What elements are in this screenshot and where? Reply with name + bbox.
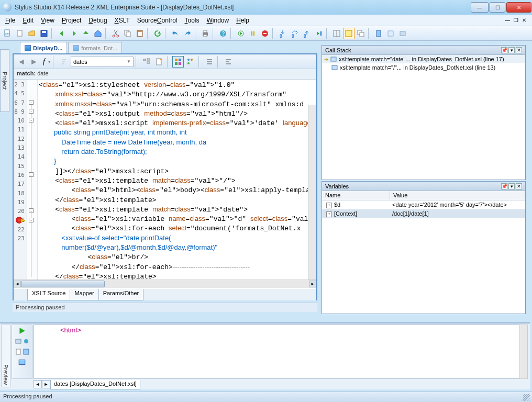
template-dropdown[interactable]: dates ▼ [71, 57, 134, 67]
preview-run-button[interactable] [17, 326, 27, 336]
ed-sort-button[interactable] [58, 56, 70, 68]
menu-window[interactable]: Window [204, 16, 232, 25]
window-tile-button[interactable] [331, 28, 342, 39]
menu-tools[interactable]: Tools [181, 16, 202, 25]
new-button[interactable] [14, 28, 26, 39]
fold-gutter[interactable]: ------ [27, 80, 38, 280]
paste-button[interactable] [134, 28, 146, 39]
bookmark-button[interactable] [373, 28, 384, 39]
mdi-minimize-icon[interactable]: — [504, 17, 511, 24]
step-out-button[interactable]: {} [301, 28, 313, 39]
print-button[interactable] [199, 28, 211, 39]
panel-close-icon[interactable]: ✕ [516, 183, 522, 189]
call-stack-row[interactable]: ➔ xsl:template match="date"... in Displa… [322, 55, 525, 63]
fold-toggle[interactable]: - [29, 218, 34, 222]
document-tab-active[interactable]: DisplayD... [20, 42, 67, 53]
preview-save-button[interactable] [23, 347, 30, 356]
preview-scrollbar[interactable] [519, 325, 528, 379]
panel-pin-icon[interactable]: 📌 [501, 183, 507, 189]
minimize-button[interactable]: — [471, 2, 489, 13]
debug-start-button[interactable] [235, 28, 247, 39]
run-to-button[interactable] [313, 28, 325, 39]
preview-tab-prev[interactable]: ◄ [34, 380, 42, 388]
menu-help[interactable]: Help [233, 16, 252, 25]
panel-close-icon[interactable]: ✕ [516, 47, 522, 53]
column-value[interactable]: Value [390, 191, 525, 200]
debug-pause-button[interactable] [247, 28, 259, 39]
nav-back-button[interactable] [56, 28, 68, 39]
preview-tab-next[interactable]: ► [42, 380, 50, 388]
save-button[interactable] [38, 28, 50, 39]
scrollbar-thumb[interactable] [21, 281, 105, 287]
preview-result-tab[interactable]: dates [DisplayDates_DotNet.xsl] [50, 380, 140, 389]
ed-indent-button[interactable] [204, 56, 215, 68]
preview-doc-button[interactable] [15, 347, 22, 356]
copy-button[interactable] [122, 28, 134, 39]
cut-button[interactable] [110, 28, 121, 39]
variable-row[interactable]: +$d <date year='2012' month='5' day='7'>… [322, 200, 525, 209]
ed-nav-fwd-button[interactable]: ► [28, 56, 40, 68]
misc1-button[interactable] [385, 28, 396, 39]
preview-nav2-button[interactable] [23, 337, 30, 346]
code-editor[interactable]: 2 3 4 5 6 7 8 9 10 11 12 13 14 15 16 17 … [14, 80, 316, 280]
mdi-restore-icon[interactable]: ❐ [512, 17, 519, 24]
panel-menu-icon[interactable]: ▾ [508, 183, 515, 189]
preview-output[interactable]: <html> [34, 325, 528, 379]
expand-icon[interactable]: + [326, 203, 332, 208]
fold-toggle[interactable]: - [29, 118, 34, 122]
window-cascade-button[interactable] [355, 28, 367, 39]
fold-toggle[interactable]: - [29, 109, 34, 114]
preview-export-button[interactable] [17, 358, 27, 367]
menu-sourcecontrol[interactable]: SourceControl [134, 16, 181, 25]
help-button[interactable]: ? [217, 28, 229, 39]
menu-project[interactable]: Project [59, 16, 84, 25]
mdi-close-icon[interactable]: ✕ [520, 17, 528, 24]
new-xml-button[interactable]: xml [2, 28, 14, 39]
misc2-button[interactable] [397, 28, 408, 39]
panel-pin-icon[interactable]: 📌 [501, 47, 507, 53]
maximize-button[interactable]: ☐ [490, 2, 505, 13]
fold-toggle[interactable]: - [29, 100, 34, 105]
menu-view[interactable]: View [38, 16, 58, 25]
project-tab[interactable]: Project [0, 49, 9, 112]
editor-vertical-scrollbar[interactable] [308, 105, 316, 280]
close-button[interactable]: ✕ [506, 2, 531, 13]
document-tab[interactable]: formats_Dot... [68, 42, 122, 53]
menu-file[interactable]: File [2, 16, 18, 25]
window-highlight-button[interactable] [343, 28, 354, 39]
ed-nav-back-button[interactable]: ◄ [16, 56, 27, 68]
redo-button[interactable] [182, 28, 193, 39]
column-name[interactable]: Name [322, 191, 390, 200]
fold-toggle[interactable]: - [29, 208, 34, 213]
tab-params[interactable]: Params/Other [98, 289, 143, 300]
tab-xslt-source[interactable]: XSLT Source [27, 289, 70, 300]
editor-horizontal-scrollbar[interactable]: ◄ ► [14, 280, 316, 288]
step-into-button[interactable]: {} [277, 28, 289, 39]
ed-tree2-button[interactable] [185, 56, 196, 68]
scroll-left-icon[interactable]: ◄ [14, 281, 21, 287]
ed-tree-button[interactable] [141, 56, 152, 68]
panel-menu-icon[interactable]: ▾ [508, 47, 515, 53]
refresh-button[interactable] [152, 28, 163, 39]
open-button[interactable] [26, 28, 38, 39]
menu-xslt[interactable]: XSLT [112, 16, 133, 25]
scroll-right-icon[interactable]: ► [309, 281, 316, 287]
tab-mapper[interactable]: Mapper [70, 289, 98, 300]
variable-row[interactable]: +[Context] /doc[1]/date[1] [322, 209, 525, 218]
ed-grid-button[interactable] [172, 56, 184, 68]
ed-align-button[interactable] [223, 56, 234, 68]
undo-button[interactable] [170, 28, 181, 39]
call-stack-row[interactable]: xsl:template match="/"... in DisplayDate… [322, 63, 525, 72]
expand-icon[interactable]: + [326, 211, 332, 217]
menu-edit[interactable]: Edit [19, 16, 37, 25]
preview-tab[interactable]: Preview [1, 325, 10, 387]
nav-up-button[interactable] [80, 28, 92, 39]
preview-nav1-button[interactable] [15, 337, 22, 346]
ed-new-button[interactable] [153, 56, 165, 68]
nav-forward-button[interactable] [68, 28, 80, 39]
menu-debug[interactable]: Debug [85, 16, 110, 25]
step-over-button[interactable]: {} [289, 28, 301, 39]
resize-grip-icon[interactable] [523, 394, 530, 401]
debug-stop-button[interactable] [259, 28, 271, 39]
home-button[interactable] [92, 28, 104, 39]
